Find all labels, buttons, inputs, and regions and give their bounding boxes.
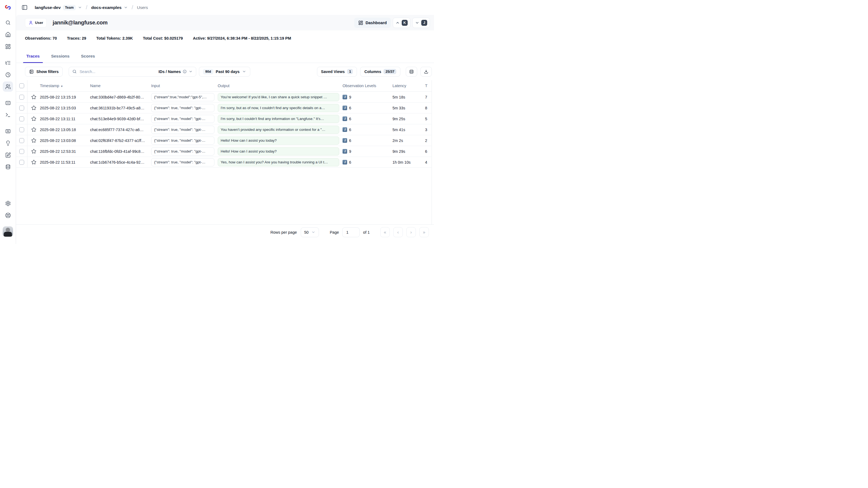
- row-checkbox[interactable]: [19, 160, 24, 165]
- sidebar-item-dashboards[interactable]: [3, 41, 13, 52]
- time-range-selector[interactable]: 90d Past 90 days: [199, 67, 250, 77]
- row-input-preview[interactable]: {"stream":true,"model":"gpt-5",…: [151, 93, 214, 101]
- user-stats-row: Observations: 70 Traces: 29 Total Tokens…: [16, 30, 434, 46]
- table-row[interactable]: 2025-08-22 13:15:19 chat:330bd4e7-d869-4…: [16, 92, 432, 102]
- row-checkbox[interactable]: [19, 105, 24, 111]
- last-page-button[interactable]: »: [420, 227, 429, 237]
- row-output-preview[interactable]: Yes, how can I assist you? Are you havin…: [218, 158, 339, 166]
- row-checkbox[interactable]: [19, 95, 24, 100]
- header-observation-levels[interactable]: Observation Levels: [343, 84, 393, 88]
- row-input-preview[interactable]: {"stream": true, "model": "gpt-…: [151, 147, 214, 155]
- user-avatar[interactable]: [3, 226, 13, 237]
- row-output-cell: Hello! How can I assist you today?: [218, 147, 343, 155]
- row-timestamp: 2025-08-22 13:15:19: [40, 95, 90, 99]
- header-tokens-partial[interactable]: T: [425, 84, 432, 88]
- star-icon[interactable]: [31, 116, 36, 121]
- previous-page-button[interactable]: ‹: [393, 227, 403, 237]
- table-row[interactable]: 2025-08-22 13:05:18 chat:ec685f77-7374-4…: [16, 124, 432, 135]
- row-output-preview[interactable]: I'm sorry, but I couldn't find any infor…: [218, 115, 339, 123]
- star-icon[interactable]: [31, 105, 36, 111]
- row-name: chat:ec685f77-7374-427c-a6…: [90, 128, 151, 132]
- table-row[interactable]: 2025-08-22 12:53:31 chat:116fbfdc-0fd3-4…: [16, 146, 432, 157]
- next-page-button[interactable]: ›: [406, 227, 416, 237]
- table-row[interactable]: 2025-08-22 11:53:11 chat:1cb67476-b5ce-4…: [16, 157, 432, 168]
- row-input-preview[interactable]: {"stream": true, "model": "gpt-…: [151, 136, 214, 145]
- breadcrumb-org[interactable]: langfuse-dev: [35, 5, 61, 10]
- table-row[interactable]: 2025-08-22 13:03:08 chat:02f63f47-87b2-4…: [16, 135, 432, 146]
- row-checkbox[interactable]: [19, 127, 24, 132]
- sidebar-item-home[interactable]: [3, 29, 13, 40]
- info-level-icon: i: [343, 95, 347, 99]
- header-latency[interactable]: Latency: [393, 84, 425, 88]
- sidebar-item-settings[interactable]: [3, 198, 13, 209]
- show-filters-button[interactable]: Show filters: [25, 67, 63, 77]
- table-row[interactable]: 2025-08-22 13:11:11 chat:513e84e9-9039-4…: [16, 114, 432, 124]
- search-container: IDs / Names: [69, 67, 196, 77]
- star-icon[interactable]: [31, 127, 36, 132]
- org-plan-badge: Team: [63, 5, 76, 10]
- export-button[interactable]: [421, 67, 432, 77]
- show-filters-label: Show filters: [36, 69, 59, 74]
- tab-scores[interactable]: Scores: [78, 54, 98, 63]
- row-checkbox[interactable]: [19, 116, 24, 121]
- search-scope-selector[interactable]: IDs / Names: [158, 69, 193, 74]
- previous-item-button[interactable]: K: [393, 18, 410, 28]
- header-output[interactable]: Output: [218, 84, 343, 88]
- tab-traces[interactable]: Traces: [23, 54, 43, 63]
- sidebar-item-sessions[interactable]: [3, 69, 13, 80]
- star-icon[interactable]: [31, 94, 36, 100]
- header-input[interactable]: Input: [151, 84, 218, 88]
- select-all-checkbox[interactable]: [19, 83, 24, 88]
- sidebar-item-playground[interactable]: [3, 110, 13, 120]
- row-tokens-partial: 7: [425, 95, 432, 99]
- row-output-preview[interactable]: You haven't provided any specific inform…: [218, 126, 339, 134]
- sidebar-item-evaluation[interactable]: [3, 126, 13, 136]
- sidebar-item-datasets[interactable]: [3, 162, 13, 172]
- sidebar-toggle-button[interactable]: [22, 4, 28, 10]
- columns-button[interactable]: Columns 25/37: [360, 67, 400, 77]
- star-icon[interactable]: [31, 160, 36, 165]
- tab-sessions[interactable]: Sessions: [48, 54, 73, 63]
- chevron-up-icon: [396, 21, 400, 25]
- row-checkbox[interactable]: [19, 149, 24, 154]
- terminal-icon: [5, 112, 11, 118]
- dashboards-icon: [5, 44, 11, 50]
- sidebar-item-tracing[interactable]: [3, 58, 13, 68]
- sidebar-item-annotation[interactable]: [3, 150, 13, 160]
- row-input-preview[interactable]: {"stream": true, "model": "gpt-…: [151, 158, 214, 166]
- row-observation-levels: i 6: [343, 138, 393, 143]
- row-output-preview[interactable]: You’re welcome! If you’d like, I can sha…: [218, 93, 339, 101]
- breadcrumb-project[interactable]: docs-examples: [91, 5, 122, 10]
- sidebar-item-search[interactable]: [3, 18, 13, 28]
- row-checkbox[interactable]: [19, 138, 24, 143]
- sidebar-item-support[interactable]: [3, 210, 13, 220]
- row-tokens-partial: 8: [425, 106, 432, 110]
- row-output-preview[interactable]: Hello! How can I assist you today?: [218, 147, 339, 155]
- row-input-preview[interactable]: {"stream": true, "model": "gpt-…: [151, 104, 214, 112]
- row-input-preview[interactable]: {"stream": true, "model": "gpt-…: [151, 126, 214, 134]
- saved-views-button[interactable]: Saved Views 1: [317, 67, 357, 77]
- row-observation-levels: i 9: [343, 95, 393, 99]
- row-output-preview[interactable]: I'm sorry, but as of now, I couldn't fin…: [218, 104, 339, 112]
- sidebar-item-users[interactable]: [3, 82, 13, 92]
- row-output-preview[interactable]: Hello! How can I assist you today?: [218, 136, 339, 145]
- org-switcher-chevron[interactable]: [78, 5, 82, 9]
- table-row[interactable]: 2025-08-22 13:15:03 chat:3611931b-bc77-4…: [16, 102, 432, 114]
- row-input-preview[interactable]: {"stream": true, "model": "gpt-…: [151, 115, 214, 123]
- row-height-button[interactable]: [406, 67, 417, 77]
- next-item-button[interactable]: J: [412, 18, 430, 28]
- rows-per-page-select[interactable]: 50: [301, 227, 319, 237]
- sidebar-item-insights[interactable]: [3, 138, 13, 148]
- row-name: chat:330bd4e7-d869-4b2f-80…: [90, 95, 151, 99]
- page-total-label: of 1: [363, 230, 370, 235]
- search-input[interactable]: [80, 69, 156, 74]
- dashboard-button[interactable]: Dashboard: [354, 18, 391, 28]
- star-icon[interactable]: [31, 149, 36, 154]
- star-icon[interactable]: [31, 138, 36, 143]
- sidebar-item-prompts[interactable]: [3, 98, 13, 108]
- page-number-input[interactable]: [342, 227, 360, 237]
- header-timestamp[interactable]: Timestamp▼: [40, 84, 90, 88]
- project-switcher-chevron[interactable]: [124, 5, 128, 9]
- first-page-button[interactable]: «: [380, 227, 390, 237]
- header-name[interactable]: Name: [90, 84, 151, 88]
